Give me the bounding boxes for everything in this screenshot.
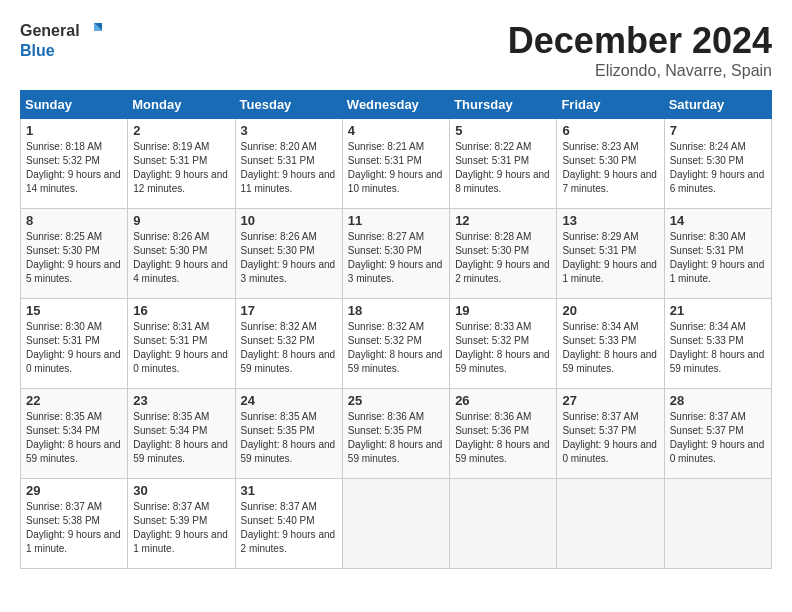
col-sunday: Sunday: [21, 91, 128, 119]
month-title: December 2024: [508, 20, 772, 62]
col-wednesday: Wednesday: [342, 91, 449, 119]
day-info: Sunrise: 8:23 AM Sunset: 5:30 PM Dayligh…: [562, 140, 658, 196]
day-number: 26: [455, 393, 551, 408]
day-info: Sunrise: 8:30 AM Sunset: 5:31 PM Dayligh…: [670, 230, 766, 286]
day-info: Sunrise: 8:35 AM Sunset: 5:34 PM Dayligh…: [26, 410, 122, 466]
day-number: 13: [562, 213, 658, 228]
day-info: Sunrise: 8:32 AM Sunset: 5:32 PM Dayligh…: [241, 320, 337, 376]
day-number: 10: [241, 213, 337, 228]
day-info: Sunrise: 8:20 AM Sunset: 5:31 PM Dayligh…: [241, 140, 337, 196]
day-number: 12: [455, 213, 551, 228]
day-info: Sunrise: 8:19 AM Sunset: 5:31 PM Dayligh…: [133, 140, 229, 196]
day-info: Sunrise: 8:29 AM Sunset: 5:31 PM Dayligh…: [562, 230, 658, 286]
calendar-cell: 15 Sunrise: 8:30 AM Sunset: 5:31 PM Dayl…: [21, 299, 128, 389]
calendar-cell: 28 Sunrise: 8:37 AM Sunset: 5:37 PM Dayl…: [664, 389, 771, 479]
calendar-cell: 12 Sunrise: 8:28 AM Sunset: 5:30 PM Dayl…: [450, 209, 557, 299]
calendar-cell: [557, 479, 664, 569]
calendar-cell: 8 Sunrise: 8:25 AM Sunset: 5:30 PM Dayli…: [21, 209, 128, 299]
day-number: 27: [562, 393, 658, 408]
day-number: 31: [241, 483, 337, 498]
calendar-week-5: 29 Sunrise: 8:37 AM Sunset: 5:38 PM Dayl…: [21, 479, 772, 569]
header-row: Sunday Monday Tuesday Wednesday Thursday…: [21, 91, 772, 119]
day-number: 28: [670, 393, 766, 408]
day-number: 8: [26, 213, 122, 228]
day-number: 19: [455, 303, 551, 318]
day-info: Sunrise: 8:34 AM Sunset: 5:33 PM Dayligh…: [562, 320, 658, 376]
day-number: 15: [26, 303, 122, 318]
calendar-cell: 6 Sunrise: 8:23 AM Sunset: 5:30 PM Dayli…: [557, 119, 664, 209]
calendar-cell: 29 Sunrise: 8:37 AM Sunset: 5:38 PM Dayl…: [21, 479, 128, 569]
day-number: 4: [348, 123, 444, 138]
day-info: Sunrise: 8:35 AM Sunset: 5:34 PM Dayligh…: [133, 410, 229, 466]
day-number: 2: [133, 123, 229, 138]
day-number: 30: [133, 483, 229, 498]
day-info: Sunrise: 8:37 AM Sunset: 5:40 PM Dayligh…: [241, 500, 337, 556]
day-number: 25: [348, 393, 444, 408]
title-section: December 2024 Elizondo, Navarre, Spain: [508, 20, 772, 80]
calendar-week-1: 1 Sunrise: 8:18 AM Sunset: 5:32 PM Dayli…: [21, 119, 772, 209]
calendar-cell: 11 Sunrise: 8:27 AM Sunset: 5:30 PM Dayl…: [342, 209, 449, 299]
col-monday: Monday: [128, 91, 235, 119]
day-info: Sunrise: 8:24 AM Sunset: 5:30 PM Dayligh…: [670, 140, 766, 196]
day-number: 24: [241, 393, 337, 408]
col-friday: Friday: [557, 91, 664, 119]
location-title: Elizondo, Navarre, Spain: [508, 62, 772, 80]
calendar-cell: 30 Sunrise: 8:37 AM Sunset: 5:39 PM Dayl…: [128, 479, 235, 569]
calendar-cell: 19 Sunrise: 8:33 AM Sunset: 5:32 PM Dayl…: [450, 299, 557, 389]
day-info: Sunrise: 8:18 AM Sunset: 5:32 PM Dayligh…: [26, 140, 122, 196]
calendar-week-3: 15 Sunrise: 8:30 AM Sunset: 5:31 PM Dayl…: [21, 299, 772, 389]
header: General Blue December 2024 Elizondo, Nav…: [20, 20, 772, 80]
calendar-cell: 25 Sunrise: 8:36 AM Sunset: 5:35 PM Dayl…: [342, 389, 449, 479]
day-info: Sunrise: 8:26 AM Sunset: 5:30 PM Dayligh…: [241, 230, 337, 286]
day-info: Sunrise: 8:21 AM Sunset: 5:31 PM Dayligh…: [348, 140, 444, 196]
calendar-cell: [342, 479, 449, 569]
calendar-cell: 24 Sunrise: 8:35 AM Sunset: 5:35 PM Dayl…: [235, 389, 342, 479]
calendar-cell: 26 Sunrise: 8:36 AM Sunset: 5:36 PM Dayl…: [450, 389, 557, 479]
calendar-cell: 5 Sunrise: 8:22 AM Sunset: 5:31 PM Dayli…: [450, 119, 557, 209]
day-info: Sunrise: 8:37 AM Sunset: 5:39 PM Dayligh…: [133, 500, 229, 556]
day-number: 18: [348, 303, 444, 318]
logo: General Blue: [20, 20, 104, 60]
calendar-cell: 14 Sunrise: 8:30 AM Sunset: 5:31 PM Dayl…: [664, 209, 771, 299]
day-info: Sunrise: 8:34 AM Sunset: 5:33 PM Dayligh…: [670, 320, 766, 376]
day-number: 23: [133, 393, 229, 408]
day-info: Sunrise: 8:26 AM Sunset: 5:30 PM Dayligh…: [133, 230, 229, 286]
calendar-cell: 13 Sunrise: 8:29 AM Sunset: 5:31 PM Dayl…: [557, 209, 664, 299]
day-number: 14: [670, 213, 766, 228]
day-info: Sunrise: 8:31 AM Sunset: 5:31 PM Dayligh…: [133, 320, 229, 376]
calendar-week-2: 8 Sunrise: 8:25 AM Sunset: 5:30 PM Dayli…: [21, 209, 772, 299]
calendar-cell: 1 Sunrise: 8:18 AM Sunset: 5:32 PM Dayli…: [21, 119, 128, 209]
calendar-week-4: 22 Sunrise: 8:35 AM Sunset: 5:34 PM Dayl…: [21, 389, 772, 479]
calendar-cell: 2 Sunrise: 8:19 AM Sunset: 5:31 PM Dayli…: [128, 119, 235, 209]
calendar-cell: 22 Sunrise: 8:35 AM Sunset: 5:34 PM Dayl…: [21, 389, 128, 479]
day-info: Sunrise: 8:22 AM Sunset: 5:31 PM Dayligh…: [455, 140, 551, 196]
day-info: Sunrise: 8:37 AM Sunset: 5:37 PM Dayligh…: [670, 410, 766, 466]
day-number: 9: [133, 213, 229, 228]
calendar-cell: [664, 479, 771, 569]
col-thursday: Thursday: [450, 91, 557, 119]
day-number: 5: [455, 123, 551, 138]
day-info: Sunrise: 8:37 AM Sunset: 5:37 PM Dayligh…: [562, 410, 658, 466]
day-info: Sunrise: 8:30 AM Sunset: 5:31 PM Dayligh…: [26, 320, 122, 376]
calendar-cell: 16 Sunrise: 8:31 AM Sunset: 5:31 PM Dayl…: [128, 299, 235, 389]
day-info: Sunrise: 8:27 AM Sunset: 5:30 PM Dayligh…: [348, 230, 444, 286]
calendar-table: Sunday Monday Tuesday Wednesday Thursday…: [20, 90, 772, 569]
day-info: Sunrise: 8:28 AM Sunset: 5:30 PM Dayligh…: [455, 230, 551, 286]
day-number: 17: [241, 303, 337, 318]
day-info: Sunrise: 8:33 AM Sunset: 5:32 PM Dayligh…: [455, 320, 551, 376]
calendar-cell: [450, 479, 557, 569]
day-number: 20: [562, 303, 658, 318]
day-info: Sunrise: 8:32 AM Sunset: 5:32 PM Dayligh…: [348, 320, 444, 376]
day-info: Sunrise: 8:37 AM Sunset: 5:38 PM Dayligh…: [26, 500, 122, 556]
calendar-cell: 9 Sunrise: 8:26 AM Sunset: 5:30 PM Dayli…: [128, 209, 235, 299]
day-number: 3: [241, 123, 337, 138]
calendar-cell: 7 Sunrise: 8:24 AM Sunset: 5:30 PM Dayli…: [664, 119, 771, 209]
calendar-cell: 18 Sunrise: 8:32 AM Sunset: 5:32 PM Dayl…: [342, 299, 449, 389]
calendar-cell: 20 Sunrise: 8:34 AM Sunset: 5:33 PM Dayl…: [557, 299, 664, 389]
day-info: Sunrise: 8:36 AM Sunset: 5:35 PM Dayligh…: [348, 410, 444, 466]
day-number: 11: [348, 213, 444, 228]
col-saturday: Saturday: [664, 91, 771, 119]
calendar-cell: 10 Sunrise: 8:26 AM Sunset: 5:30 PM Dayl…: [235, 209, 342, 299]
day-info: Sunrise: 8:25 AM Sunset: 5:30 PM Dayligh…: [26, 230, 122, 286]
col-tuesday: Tuesday: [235, 91, 342, 119]
